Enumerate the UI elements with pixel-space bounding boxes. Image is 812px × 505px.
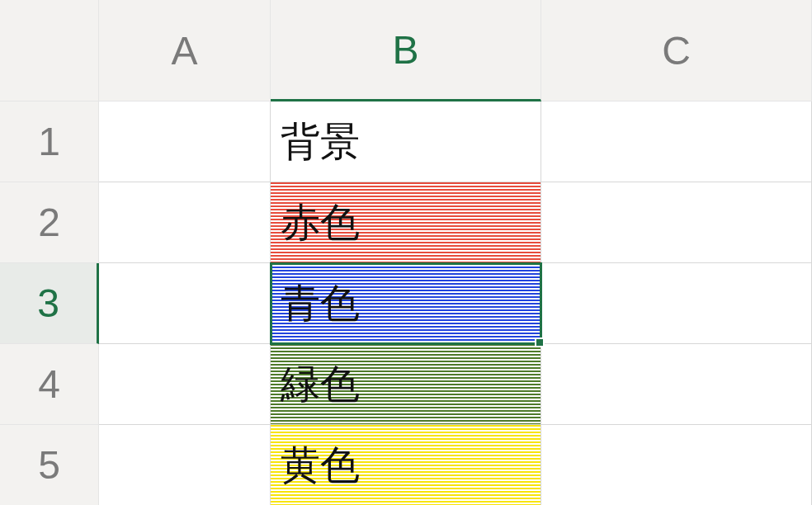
cell-A4[interactable] bbox=[99, 344, 271, 425]
cell-value: 青色 bbox=[281, 277, 360, 330]
cell-B5[interactable]: 黄色 bbox=[271, 425, 541, 505]
cell-A1[interactable] bbox=[99, 101, 271, 182]
cell-C4[interactable] bbox=[541, 344, 812, 425]
select-all-corner[interactable] bbox=[0, 0, 99, 101]
cell-C3[interactable] bbox=[541, 263, 812, 344]
col-header-A[interactable]: A bbox=[99, 0, 271, 101]
row-header-4[interactable]: 4 bbox=[0, 344, 99, 425]
col-header-B[interactable]: B bbox=[271, 0, 541, 101]
cell-A3[interactable] bbox=[99, 263, 271, 344]
cell-C1[interactable] bbox=[541, 101, 812, 182]
col-header-C[interactable]: C bbox=[541, 0, 812, 101]
cell-B3[interactable]: 青色 bbox=[271, 263, 541, 344]
cell-B4[interactable]: 緑色 bbox=[271, 344, 541, 425]
cell-C2[interactable] bbox=[541, 182, 812, 263]
fill-handle[interactable] bbox=[535, 337, 545, 347]
cell-B2[interactable]: 赤色 bbox=[271, 182, 541, 263]
cell-B1[interactable]: 背景 bbox=[271, 101, 541, 182]
cell-C5[interactable] bbox=[541, 425, 812, 505]
row-header-1[interactable]: 1 bbox=[0, 101, 99, 182]
row-header-2[interactable]: 2 bbox=[0, 182, 99, 263]
row-header-5[interactable]: 5 bbox=[0, 425, 99, 505]
row-header-3[interactable]: 3 bbox=[0, 263, 99, 344]
cell-A2[interactable] bbox=[99, 182, 271, 263]
cell-A5[interactable] bbox=[99, 425, 271, 505]
spreadsheet: A B C 1 背景 2 赤色 3 青色 4 緑色 5 黄色 bbox=[0, 0, 812, 505]
